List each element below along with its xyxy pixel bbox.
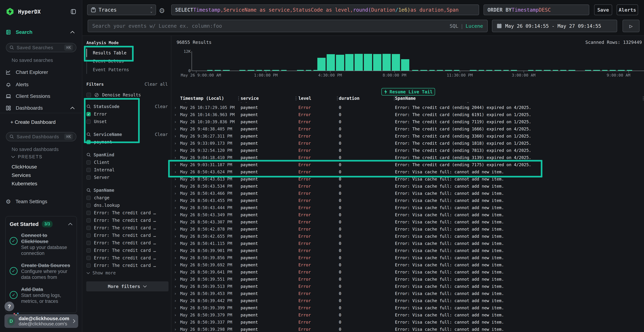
user-account-chip[interactable]: D dale@clickhouse.com dale@clickhouse.co… [4,314,78,328]
row-expand-chevron-icon[interactable]: › [174,112,176,117]
facet-checkbox[interactable] [86,168,91,172]
row-expand-chevron-icon[interactable]: › [174,105,176,110]
row-expand-chevron-icon[interactable]: › [174,120,176,124]
table-row[interactable]: ›May 26 8:50:39.453 PMpaymentError0Error… [172,290,644,297]
row-expand-chevron-icon[interactable]: › [174,170,176,174]
source-settings-gear-icon[interactable]: ⚙ [159,7,165,15]
facet-clear-button[interactable]: Clear [155,104,168,109]
row-expand-chevron-icon[interactable]: › [174,198,176,203]
facet-checkbox[interactable] [86,160,91,164]
table-row[interactable]: ›May 26 10:2paymentError0Error: The cred… [172,102,644,104]
table-row[interactable]: ›May 26 8:50:39.337 PMpaymentError0Error… [172,319,644,326]
table-row[interactable]: ›May 26 9:33:09.173 PMpaymentError0Error… [172,140,644,147]
row-expand-chevron-icon[interactable]: › [174,313,176,317]
row-expand-chevron-icon[interactable]: › [174,227,176,232]
table-row[interactable]: ›May 26 8:50:43.613 PMpaymentError0Error… [172,176,644,183]
row-expand-chevron-icon[interactable]: › [174,134,176,138]
create-dashboard-button[interactable]: + Create Dashboard [0,118,82,127]
table-row[interactable]: ›May 26 8:50:43.349 PMpaymentError0Error… [172,212,644,218]
col-service[interactable]: service [240,96,259,101]
table-row[interactable]: ›May 26 8:50:41.115 PMpaymentError0Error… [172,240,644,247]
table-row[interactable]: ›May 26 8:50:43.455 PMpaymentError0Error… [172,197,644,204]
facet-checkbox[interactable] [86,211,91,215]
run-query-button[interactable]: ▷ [622,20,640,32]
table-row[interactable]: ›May 26 8:50:39.692 PMpaymentError0Error… [172,262,644,269]
saved-searches-input[interactable]: Saved Searches ⌘K [6,43,76,52]
table-row[interactable]: ›May 26 8:50:39.856 PMpaymentError0Error… [172,254,644,262]
row-expand-chevron-icon[interactable]: › [174,148,176,153]
table-row[interactable]: ›May 26 8:50:43.624 PMpaymentError0Error… [172,168,644,176]
row-expand-chevron-icon[interactable]: › [174,102,176,103]
table-row[interactable]: ›May 26 9:32:54.120 PMpaymentError0Error… [172,147,644,154]
histogram-bar[interactable] [373,54,382,71]
row-expand-chevron-icon[interactable]: › [174,277,176,282]
sidebar-item-dashboards[interactable]: Dashboards [0,104,82,113]
col-spanname[interactable]: SpanName [395,96,416,101]
table-row[interactable]: ›May 26 10:14:36.963 PMpaymentError0Erro… [172,111,644,118]
facet-checkbox[interactable] [86,256,91,260]
row-expand-chevron-icon[interactable]: › [174,205,176,210]
show-more-button[interactable]: Show more [86,269,171,277]
row-expand-chevron-icon[interactable]: › [174,155,176,160]
resume-live-tail-button[interactable]: Resume Live Tail [382,88,435,96]
sidebar-item-client-sessions[interactable]: Client Sessions [0,92,82,101]
row-expand-chevron-icon[interactable]: › [174,291,176,296]
facet-checkbox[interactable] [86,140,91,144]
lang-lucene[interactable]: Lucene [466,23,483,29]
table-row[interactable]: ›May 26 8:50:43.466 PMpaymentError0Error… [172,190,644,197]
histogram-bar[interactable] [364,54,372,71]
table-row[interactable]: ›May 26 9:04:18.410 PMpaymentError0Error… [172,154,644,161]
column-resize-handle[interactable]: ⋮ [294,96,298,101]
table-row[interactable]: ›May 26 8:50:43.534 PMpaymentError0Error… [172,183,644,190]
histogram-bar[interactable] [382,54,391,71]
table-row[interactable]: ›May 26 8:50:39.641 PMpaymentError0Error… [172,269,644,276]
col-duration[interactable]: duration [339,96,360,101]
facet-checkbox[interactable] [86,112,91,116]
row-expand-chevron-icon[interactable]: › [174,320,176,324]
col-level[interactable]: level [298,96,311,101]
date-range-picker[interactable]: May 26 09:14:55 - May 27 09:14:55 [492,20,617,32]
get-started-item[interactable]: ✓Create Data SourcesConfigure where your… [10,262,73,280]
sidebar-item-alerts[interactable]: Alerts [0,80,82,89]
get-started-item[interactable]: ✓Connect to ClickHouseSet up your databa… [10,232,73,256]
table-row[interactable]: ›May 26 8:50:42.878 PMpaymentError0Error… [172,226,644,233]
sidebar-item-chart-explorer[interactable]: Chart Explorer [0,68,82,77]
row-expand-chevron-icon[interactable]: › [174,177,176,182]
table-row[interactable]: ›May 26 9:36:27.311 PMpaymentError0Error… [172,133,644,140]
facet-checkbox[interactable] [86,196,91,200]
chevron-up-icon[interactable] [68,223,73,226]
table-row[interactable]: ›May 26 8:50:43.307 PMpaymentError0Error… [172,218,644,226]
row-expand-chevron-icon[interactable]: › [174,191,176,196]
row-expand-chevron-icon[interactable]: › [174,327,176,332]
row-expand-chevron-icon[interactable]: › [174,184,176,188]
facet-checkbox[interactable] [86,218,91,222]
sidebar-collapse-icon[interactable] [70,9,76,14]
source-select[interactable]: Traces ⌃⌄ [87,4,156,15]
table-row[interactable]: ›May 26 9:48:38.405 PMpaymentError0Error… [172,126,644,133]
analysis-mode-event-deltas[interactable]: Event Deltas [86,57,171,66]
facet-checkbox[interactable] [86,203,91,208]
analysis-mode-results-table[interactable]: Results Table [86,49,171,57]
table-row[interactable]: ›May 26 8:50:39.442 PMpaymentError0Error… [172,297,644,304]
table-row[interactable]: ›May 26 8:50:39.379 PMpaymentError0Error… [172,312,644,319]
row-expand-chevron-icon[interactable]: › [174,127,176,131]
table-row[interactable]: ›May 26 10:17:29.105 PMpaymentError0Erro… [172,104,644,111]
help-button[interactable]: ? [4,302,14,311]
column-resize-handle[interactable]: ⋮ [641,96,644,101]
sql-select-input[interactable]: SELECT Timestamp, ServiceName as service… [171,4,479,15]
table-row[interactable]: ›May 26 8:50:39.901 PMpaymentError0Error… [172,247,644,254]
table-row[interactable]: ›May 26 8:50:39.298 PMpaymentError0Error… [172,326,644,332]
table-row[interactable]: ›May 26 8:50:43.444 PMpaymentError0Error… [172,204,644,212]
denoise-checkbox[interactable] [86,93,91,97]
table-row[interactable]: ›May 26 10:10:39.836 PMpaymentError0Erro… [172,118,644,126]
alerts-button[interactable]: Alerts [617,4,638,15]
row-expand-chevron-icon[interactable]: › [174,262,176,267]
row-expand-chevron-icon[interactable]: › [174,256,176,260]
save-button[interactable]: Save [594,4,612,15]
get-started-item[interactable]: ✓Add DataStart sending logs, metrics, or… [10,286,73,304]
histogram-bar[interactable] [336,55,344,71]
sidebar-item-search[interactable]: Search [0,28,82,37]
row-expand-chevron-icon[interactable]: › [174,234,176,238]
facet-checkbox[interactable] [86,175,91,180]
facet-checkbox[interactable] [86,248,91,252]
